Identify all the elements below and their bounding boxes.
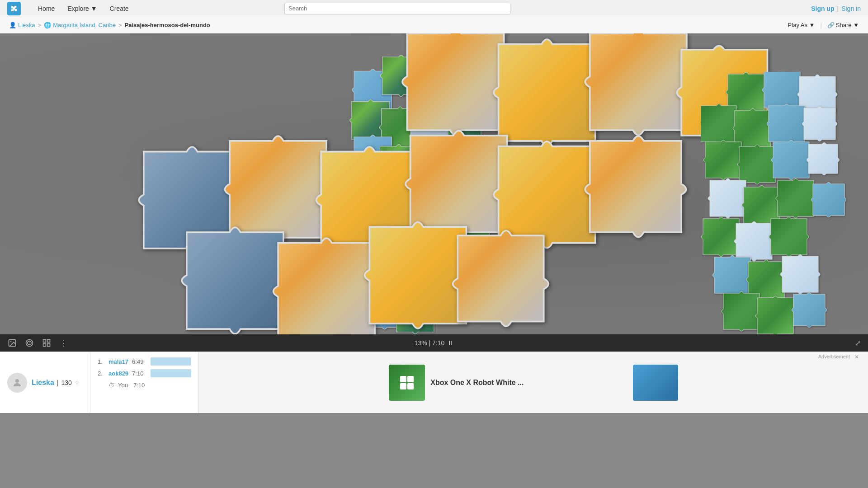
breadcrumb-location-label: Margarita Island, Caribe [53,22,116,28]
svg-rect-5 [43,340,46,343]
breadcrumb-bar: 👤 Lieska > 🌐 Margarita Island, Caribe > … [0,17,868,33]
share-button[interactable]: 🔗 Share ▼ [827,22,859,28]
center-puzzle-cluster[interactable] [0,323,253,334]
lb-time-you: 7:10 [133,382,145,389]
right-cluster-svg [701,72,854,334]
player-score: 130 [61,379,71,386]
grid-icon[interactable] [42,338,52,348]
logo-area[interactable] [7,2,24,15]
svg-rect-13 [407,383,414,389]
svg-rect-11 [407,376,414,382]
more-icon[interactable]: ⋮ [59,338,69,348]
search-input[interactable] [284,3,510,14]
auth-separator: | [837,5,839,12]
lb-time-1: 6:49 [132,358,143,365]
signup-link[interactable]: Sign up [811,5,834,12]
share-icon: 🔗 [827,22,835,28]
top-navigation: Home Explore ▼ Create Sign up | Sign in [0,0,868,17]
progress-info: 13% | 7:10 ⏸ [415,339,454,347]
svg-rect-8 [47,344,50,347]
breadcrumb-actions: Play As ▼ | 🔗 Share ▼ [788,22,859,28]
puzzle-logo-svg [10,5,18,13]
search-area [284,3,510,14]
leaderboard-row-2: 2. aok829 7:10 [98,367,191,379]
right-puzzle-cluster[interactable] [701,72,854,334]
lb-rank-2: 2. [98,370,105,377]
logo-icon [7,2,21,15]
player-name-row: Lieska | 130 ☆ [32,379,80,387]
breadcrumb-location[interactable]: 🌐 Margarita Island, Caribe [44,22,116,28]
player-name[interactable]: Lieska [32,379,54,387]
share-label: Share ▼ [836,22,859,28]
ad-label: Advertisement [818,354,850,359]
fullscreen-icon[interactable]: ⤢ [855,339,861,347]
ad-logo-svg [398,374,416,392]
breadcrumb-user-label: Lieska [18,22,35,28]
svg-point-9 [15,379,19,383]
auth-area: Sign up | Sign in [811,5,861,12]
breadcrumb-pipe: | [820,22,821,28]
svg-rect-12 [400,383,406,389]
ad-area: Advertisement ✕ Xbox One X Robot White .… [198,352,868,413]
leaderboard: 1. mala17 6:49 2. aok829 7:10 ⏱ You 7:10 [90,352,198,413]
image-icon[interactable] [7,338,17,348]
nav-links: Home Explore ▼ Create [33,2,134,15]
image-svg [8,338,17,347]
puzzle-area[interactable] [0,33,868,334]
breadcrumb-sep-1: > [38,22,42,28]
svg-point-4 [29,343,30,343]
leaderboard-row-1: 1. mala17 6:49 [98,356,191,367]
leaderboard-row-you: ⏱ You 7:10 [98,379,191,391]
play-as-button[interactable]: Play As ▼ [788,22,815,28]
ad-content: Xbox One X Robot White ... [389,365,678,401]
svg-rect-7 [43,344,46,347]
ad-text: Xbox One X Robot White ... [430,379,524,387]
pause-button[interactable]: ⏸ [447,339,453,347]
bottom-toolbar: ⋮ 13% | 7:10 ⏸ ⤢ [0,334,868,352]
home-link[interactable]: Home [33,2,60,15]
you-icon: ⏱ [108,382,114,389]
target-icon[interactable] [24,338,34,348]
signin-link[interactable]: Sign in [841,5,861,12]
breadcrumb-sep-2: > [118,22,122,28]
player-details: Lieska | 130 ☆ [32,379,80,387]
globe-icon: 🌐 [44,22,51,28]
lb-bar-2 [151,369,191,377]
grid-svg [42,338,51,347]
lb-time-2: 7:10 [132,370,143,377]
star-icon[interactable]: ☆ [75,380,80,386]
avatar [7,373,27,393]
svg-rect-6 [47,340,50,343]
breadcrumb-user[interactable]: 👤 Lieska [9,22,35,28]
avatar-icon [12,377,23,388]
lb-bar-1 [151,357,191,366]
breadcrumb-album: Paisajes-hermosos-del-mundo [125,22,210,28]
explore-link[interactable]: Explore ▼ [62,2,102,15]
ad-thumbnail [633,365,678,401]
person-icon: 👤 [9,22,16,28]
target-svg [25,338,34,347]
pipe-sep: | [57,379,59,386]
create-link[interactable]: Create [104,2,134,15]
ad-image [389,365,425,401]
lb-rank-1: 1. [98,358,105,365]
player-info: Lieska | 130 ☆ [0,352,90,413]
progress-text: 13% | 7:10 [415,339,445,347]
lb-name-2[interactable]: aok829 [108,370,128,377]
bottom-panel: Lieska | 130 ☆ 1. mala17 6:49 2. aok829 … [0,352,868,413]
lb-name-1[interactable]: mala17 [108,358,128,365]
svg-point-1 [10,341,11,343]
lb-you: You [118,382,128,389]
ad-close-button[interactable]: ✕ [854,354,859,360]
svg-rect-10 [400,376,406,382]
